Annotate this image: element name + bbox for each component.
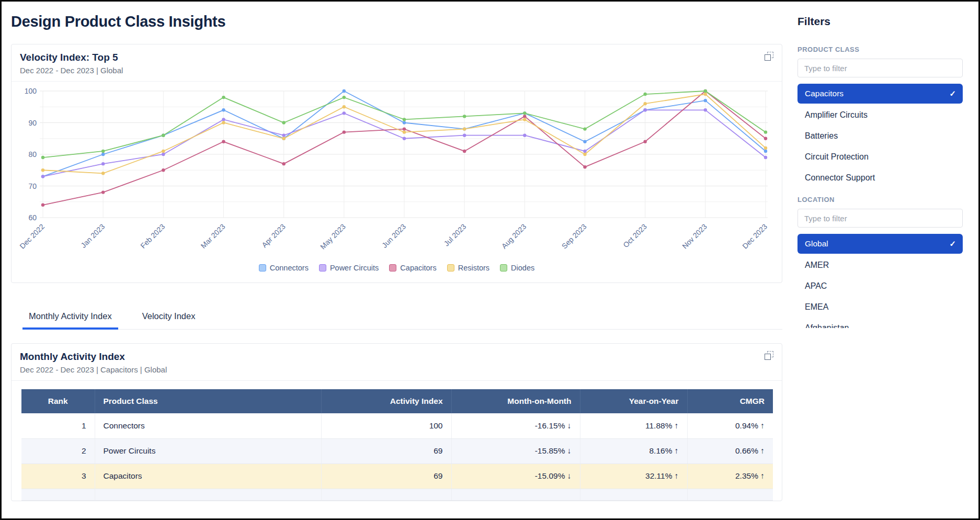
- filter-option-batteries[interactable]: Batteries: [797, 126, 963, 146]
- selected-location-chip[interactable]: Global ✓: [797, 234, 963, 254]
- data-point[interactable]: [523, 134, 526, 137]
- legend-item-power-circuits[interactable]: Power Circuits: [319, 264, 379, 272]
- expand-icon: [765, 351, 773, 360]
- location-filter-input[interactable]: [797, 209, 963, 228]
- data-point[interactable]: [343, 89, 346, 93]
- data-point[interactable]: [403, 121, 406, 124]
- data-point[interactable]: [282, 121, 285, 124]
- legend-label: Power Circuits: [330, 264, 379, 272]
- data-point[interactable]: [101, 153, 105, 156]
- activity-card-title: Monthly Activity Index: [20, 350, 773, 364]
- data-point[interactable]: [583, 165, 586, 168]
- data-point[interactable]: [764, 146, 767, 150]
- data-point[interactable]: [704, 108, 707, 111]
- filter-option-afghanistan[interactable]: Afghanistan: [797, 318, 963, 328]
- data-point[interactable]: [162, 168, 165, 172]
- expand-chart-button[interactable]: [765, 52, 773, 61]
- data-point[interactable]: [41, 204, 44, 207]
- filter-option-circuit-protection[interactable]: Circuit Protection: [797, 146, 963, 167]
- legend-swatch: [389, 264, 396, 272]
- data-point[interactable]: [463, 115, 466, 118]
- data-point[interactable]: [101, 190, 105, 194]
- data-point[interactable]: [403, 137, 406, 140]
- data-point[interactable]: [643, 102, 646, 105]
- page-title: Design Product Class Insights: [11, 13, 792, 30]
- data-point[interactable]: [523, 111, 526, 115]
- data-point[interactable]: [101, 150, 105, 153]
- legend-item-connectors[interactable]: Connectors: [259, 264, 309, 272]
- table-row-capacitors[interactable]: 3Capacitors69-15.09% ↓32.11% ↑2.35% ↑: [21, 464, 773, 489]
- data-point[interactable]: [343, 130, 346, 133]
- data-point[interactable]: [162, 150, 165, 153]
- data-point[interactable]: [162, 134, 165, 137]
- data-point[interactable]: [282, 137, 285, 140]
- data-point[interactable]: [764, 137, 767, 140]
- data-point[interactable]: [403, 130, 406, 133]
- data-point[interactable]: [403, 127, 406, 130]
- tab-monthly-activity-index[interactable]: Monthly Activity Index: [22, 306, 118, 330]
- table-row-power-circuits[interactable]: 2Power Circuits69-15.85% ↓8.16% ↑0.66% ↑: [21, 438, 773, 464]
- data-point[interactable]: [764, 150, 767, 153]
- data-point[interactable]: [463, 134, 466, 137]
- data-point[interactable]: [764, 130, 767, 133]
- legend-swatch: [259, 264, 266, 272]
- data-point[interactable]: [222, 140, 225, 143]
- legend-swatch: [447, 264, 454, 272]
- legend-item-capacitors[interactable]: Capacitors: [389, 264, 436, 272]
- filter-option-amer[interactable]: AMER: [797, 255, 963, 276]
- data-point[interactable]: [343, 111, 346, 115]
- filter-option-amplifier-circuits[interactable]: Amplifier Circuits: [797, 105, 963, 126]
- data-point[interactable]: [704, 99, 707, 102]
- data-point[interactable]: [643, 108, 646, 111]
- y-axis-tick: 70: [28, 182, 37, 190]
- data-point[interactable]: [343, 105, 346, 108]
- data-point[interactable]: [222, 121, 225, 124]
- data-point[interactable]: [643, 93, 646, 96]
- data-point[interactable]: [403, 118, 406, 121]
- data-point[interactable]: [463, 150, 466, 153]
- data-point[interactable]: [162, 153, 165, 156]
- data-point[interactable]: [764, 156, 767, 159]
- tab-velocity-index[interactable]: Velocity Index: [136, 306, 202, 330]
- data-point[interactable]: [41, 156, 44, 159]
- data-point[interactable]: [41, 175, 44, 178]
- data-point[interactable]: [583, 150, 586, 153]
- filter-option-connector-support[interactable]: Connector Support: [797, 167, 963, 182]
- data-point[interactable]: [523, 118, 526, 121]
- selected-product-class-chip[interactable]: Capacitors ✓: [797, 84, 963, 104]
- x-axis-tick: Dec 2022: [19, 222, 46, 251]
- legend-item-diodes[interactable]: Diodes: [500, 264, 534, 272]
- data-point[interactable]: [643, 140, 646, 143]
- table-row-connectors[interactable]: 1Connectors100-16.15% ↓11.88% ↑0.94% ↑: [21, 413, 773, 438]
- data-point[interactable]: [222, 96, 225, 99]
- location-option-list: AMERAPACEMEAAfghanistan: [797, 255, 963, 328]
- table-cell: 0.66% ↑: [687, 438, 773, 464]
- data-point[interactable]: [704, 89, 707, 93]
- data-point[interactable]: [222, 118, 225, 121]
- data-point[interactable]: [282, 134, 285, 137]
- filter-option-apac[interactable]: APAC: [797, 276, 963, 297]
- data-point[interactable]: [463, 127, 466, 130]
- data-point[interactable]: [343, 96, 346, 99]
- data-point[interactable]: [583, 127, 586, 130]
- data-point[interactable]: [583, 153, 586, 156]
- data-point[interactable]: [101, 162, 105, 165]
- legend-item-resistors[interactable]: Resistors: [447, 264, 489, 272]
- product-class-filter-input[interactable]: [797, 59, 963, 77]
- data-point[interactable]: [41, 168, 44, 172]
- data-point[interactable]: [523, 115, 526, 118]
- x-axis-tick: Jan 2023: [79, 222, 106, 250]
- data-point[interactable]: [583, 140, 586, 143]
- velocity-chart: 60708090100Dec 2022Jan 2023Feb 2023Mar 2…: [12, 82, 782, 282]
- table-cell: Capacitors: [95, 464, 321, 489]
- data-point[interactable]: [222, 108, 225, 111]
- data-point[interactable]: [704, 93, 707, 96]
- data-point[interactable]: [282, 162, 285, 165]
- x-axis-tick: Aug 2023: [500, 222, 528, 251]
- table-cell: -15.85% ↓: [451, 438, 580, 464]
- expand-icon: [765, 52, 773, 61]
- expand-table-button[interactable]: [765, 351, 773, 360]
- data-point[interactable]: [101, 172, 105, 175]
- table-cell: 2.35% ↑: [687, 464, 773, 489]
- filter-option-emea[interactable]: EMEA: [797, 297, 963, 318]
